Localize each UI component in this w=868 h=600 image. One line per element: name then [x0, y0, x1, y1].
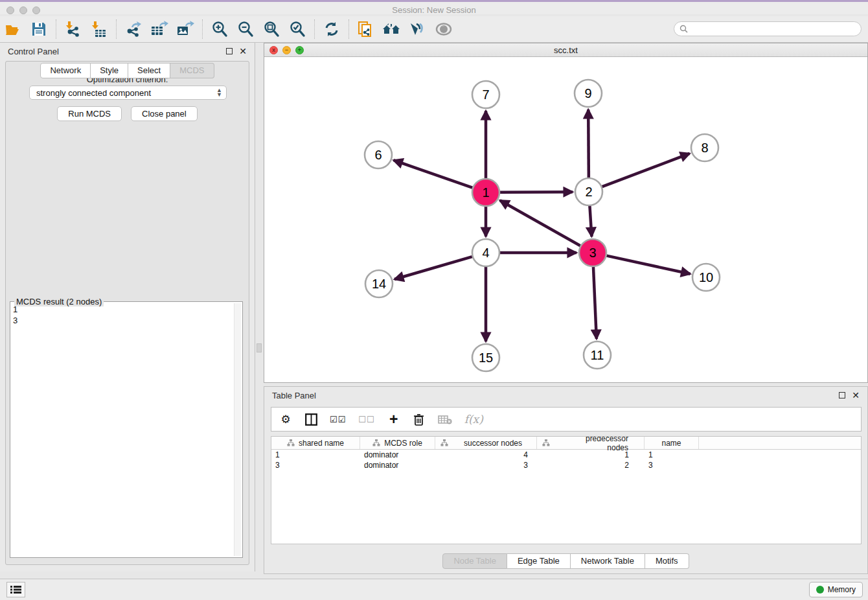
- main-content: Control Panel ✕ Network Style Select MCD…: [0, 43, 868, 579]
- delete-columns-button[interactable]: [413, 413, 426, 426]
- table-cell[interactable]: 1: [645, 450, 699, 459]
- tab-select[interactable]: Select: [128, 63, 170, 78]
- toolbar-separator: [314, 19, 315, 39]
- column-header-successor-nodes[interactable]: successor nodes: [435, 437, 537, 449]
- open-session-button[interactable]: [0, 18, 26, 40]
- table-cell[interactable]: 2: [537, 461, 645, 470]
- show-columns-button[interactable]: [304, 413, 317, 426]
- select-all-columns-button[interactable]: ☑☑: [330, 415, 346, 424]
- close-panel-button[interactable]: Close panel: [131, 106, 198, 121]
- trash-icon: [413, 413, 424, 426]
- status-bar: Memory: [0, 579, 868, 600]
- table-panel: Table Panel ✕ ⚙ ☑☑ ☐☐ + f(x): [264, 386, 868, 574]
- toolbar-separator: [348, 19, 349, 39]
- column-header-name[interactable]: name: [645, 437, 699, 449]
- graph-node-label-3: 3: [589, 246, 596, 260]
- table-cell[interactable]: dominator: [360, 461, 435, 470]
- table-cell[interactable]: 1: [537, 450, 645, 459]
- unselect-all-columns-button[interactable]: ☐☐: [358, 415, 374, 424]
- function-builder-button[interactable]: f(x): [464, 413, 483, 426]
- network-canvas[interactable]: 7968124314101511: [264, 57, 867, 382]
- toolbar-separator: [202, 19, 203, 39]
- table-cell[interactable]: dominator: [360, 450, 435, 459]
- dropdown-selected-value: strongly connected component: [36, 88, 216, 98]
- column-label: name: [661, 439, 681, 448]
- table-row[interactable]: 3dominator323: [271, 460, 861, 470]
- graph-edge-1-6[interactable]: [394, 160, 473, 187]
- table-row[interactable]: 1dominator411: [271, 450, 861, 460]
- graph-edge-1-2[interactable]: [500, 192, 573, 192]
- close-table-panel-icon[interactable]: ✕: [852, 392, 860, 398]
- table-cell[interactable]: 1: [271, 450, 360, 459]
- zoom-selected-icon: [289, 21, 306, 38]
- graph-edge-3-11[interactable]: [593, 267, 597, 339]
- close-panel-icon[interactable]: ✕: [239, 48, 247, 54]
- tab-network-table[interactable]: Network Table: [571, 553, 645, 569]
- graph-edge-2-3[interactable]: [589, 206, 591, 237]
- main-toolbar: [0, 16, 868, 43]
- network-title-bar[interactable]: x − + scc.txt: [264, 43, 867, 57]
- save-session-button[interactable]: [26, 18, 52, 40]
- show-task-history-button[interactable]: [6, 582, 25, 597]
- graph-node-label-2: 2: [585, 185, 592, 199]
- graph-node-label-4: 4: [482, 246, 489, 260]
- tab-mcds[interactable]: MCDS: [170, 63, 214, 78]
- graph-edge-2-8[interactable]: [602, 154, 690, 187]
- search-field[interactable]: [674, 21, 862, 36]
- memory-button[interactable]: Memory: [809, 582, 863, 597]
- export-image-button[interactable]: [172, 18, 198, 40]
- graph-edge-2-9[interactable]: [588, 110, 589, 178]
- refresh-icon: [324, 21, 339, 37]
- float-table-panel-icon[interactable]: [839, 392, 845, 398]
- tab-network[interactable]: Network: [40, 63, 91, 78]
- table-cell[interactable]: 3: [271, 461, 360, 470]
- table-cell[interactable]: 3: [435, 461, 537, 470]
- column-header-shared-name[interactable]: shared name: [271, 437, 360, 449]
- add-column-button[interactable]: +: [387, 413, 400, 425]
- vertical-splitter-grip[interactable]: [257, 343, 262, 352]
- import-table-button[interactable]: [86, 18, 112, 40]
- import-network-button[interactable]: [60, 18, 86, 40]
- graph-node-label-6: 6: [374, 148, 382, 162]
- zoom-in-button[interactable]: [207, 18, 233, 40]
- zoom-selected-button[interactable]: [284, 18, 310, 40]
- graph-node-label-10: 10: [699, 270, 713, 284]
- table-cell[interactable]: 4: [435, 450, 537, 459]
- apply-layout-button[interactable]: [319, 18, 345, 40]
- graph-node-label-7: 7: [482, 87, 489, 102]
- home-button[interactable]: [379, 18, 405, 40]
- delete-table-button[interactable]: [438, 415, 452, 424]
- graph-edge-4-14[interactable]: [394, 257, 472, 279]
- mcds-result-text[interactable]: 1 3: [13, 304, 233, 555]
- memory-status-dot: [816, 586, 824, 594]
- search-input[interactable]: [691, 25, 856, 34]
- optimization-criterion-select[interactable]: strongly connected component ▲▼: [29, 86, 227, 100]
- export-table-button[interactable]: [146, 18, 172, 40]
- graph-edge-3-1[interactable]: [500, 200, 580, 246]
- mcds-result-fieldset: MCDS result (2 nodes) 1 3: [10, 301, 243, 558]
- graph-node-label-8: 8: [701, 141, 708, 155]
- hide-graphics-details-button[interactable]: [405, 18, 431, 40]
- export-network-button[interactable]: [120, 18, 146, 40]
- tab-edge-table[interactable]: Edge Table: [507, 553, 571, 569]
- node-table-body: 1dominator4113dominator323: [271, 450, 861, 470]
- table-options-button[interactable]: ⚙: [279, 413, 292, 426]
- control-panel: Control Panel ✕ Network Style Select MCD…: [0, 43, 255, 571]
- network-file-button[interactable]: [353, 18, 379, 40]
- tree-icon: [440, 439, 448, 446]
- column-header-predecessor-nodes[interactable]: predecessor nodes: [537, 437, 645, 449]
- tab-style[interactable]: Style: [91, 63, 128, 78]
- zoom-out-button[interactable]: [233, 18, 258, 40]
- tab-motifs[interactable]: Motifs: [645, 553, 689, 569]
- tab-node-table[interactable]: Node Table: [442, 553, 507, 569]
- graph-node-label-14: 14: [372, 277, 386, 291]
- run-mcds-button[interactable]: Run MCDS: [57, 106, 122, 121]
- result-scrollbar[interactable]: [234, 303, 241, 556]
- float-panel-icon[interactable]: [226, 48, 233, 54]
- graph-edge-3-10[interactable]: [606, 256, 690, 274]
- column-label: shared name: [299, 439, 344, 448]
- birdseye-view-button[interactable]: [431, 18, 457, 40]
- table-cell[interactable]: 3: [645, 461, 699, 470]
- column-header-mcds-role[interactable]: MCDS role: [360, 437, 435, 449]
- zoom-fit-button[interactable]: [258, 18, 284, 40]
